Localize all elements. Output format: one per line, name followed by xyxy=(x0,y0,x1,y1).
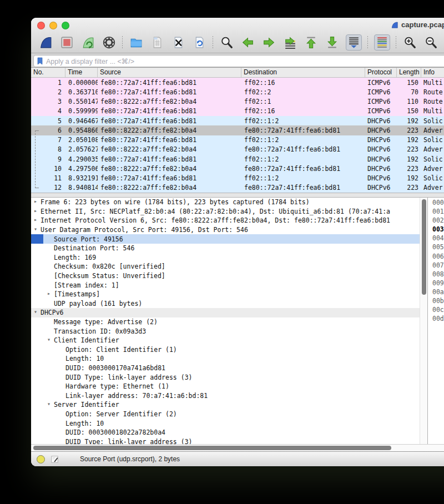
bookmark-icon[interactable] xyxy=(37,57,43,65)
hex-offset-row[interactable]: 0030 xyxy=(432,225,444,234)
hex-offset-row[interactable]: 00c0 xyxy=(432,306,444,315)
detail-tree-row[interactable]: Destination Port: 546 xyxy=(31,244,427,253)
zoom-in-icon xyxy=(403,36,417,49)
close-window-button[interactable] xyxy=(37,22,45,29)
hex-offset-row[interactable]: 00d0 xyxy=(432,315,444,324)
column-header-time[interactable]: Time xyxy=(65,68,98,77)
hex-offset-row[interactable]: 0090 xyxy=(432,279,444,288)
minimize-window-button[interactable] xyxy=(49,22,57,29)
detail-vertical-scrollbar[interactable] xyxy=(420,198,427,444)
hex-offset-row[interactable]: 0040 xyxy=(432,234,444,243)
column-header-destination[interactable]: Destination xyxy=(241,68,365,77)
detail-tree-row[interactable]: Length: 169 xyxy=(31,253,427,263)
go-forward-button[interactable] xyxy=(261,35,276,50)
packet-row[interactable]: 40.599999fe80::72a7:41ff:fea6:bd81ff02::… xyxy=(31,107,444,116)
column-header-length[interactable]: Length xyxy=(397,68,421,77)
detail-tree-row[interactable]: Link-layer address: 70:a7:41:a6:bd:81 xyxy=(31,391,427,400)
column-header-no[interactable]: No. xyxy=(31,68,65,77)
packet-row[interactable]: 10.000000fe80::72a7:41ff:fea6:bd81ff02::… xyxy=(31,78,444,87)
detail-tree-row[interactable]: [Stream index: 1] xyxy=(31,280,427,290)
packet-row[interactable]: 94.290035fe80::72a7:41ff:fea6:bd81ff02::… xyxy=(31,154,444,164)
column-header-protocol[interactable]: Protocol xyxy=(365,68,397,77)
packet-row[interactable]: 128.940814fe80::8222:a7ff:fe82:b0a4fe80:… xyxy=(31,183,444,193)
packet-row[interactable]: 60.954860fe80::8222:a7ff:fe82:b0a4fe80::… xyxy=(31,125,444,135)
hex-offset-row[interactable]: 0010 xyxy=(432,208,444,216)
go-last-packet-button[interactable] xyxy=(325,35,340,50)
capture-options-button[interactable] xyxy=(102,35,117,50)
save-document-icon xyxy=(150,36,164,49)
detail-tree-row[interactable]: ▸[Timestamps] xyxy=(31,290,427,299)
detail-tree-row[interactable]: DUID Type: link-layer address (3) xyxy=(31,437,427,444)
expert-info-button[interactable] xyxy=(37,455,45,463)
scrollbar-thumb[interactable] xyxy=(422,199,426,295)
packet-row[interactable]: 50.946467fe80::72a7:41ff:fea6:bd81ff02::… xyxy=(31,116,444,125)
detail-tree-row[interactable]: ▾Server Identifier xyxy=(31,400,427,410)
packet-detail-pane[interactable]: ▸Frame 6: 223 bytes on wire (1784 bits),… xyxy=(31,198,428,444)
detail-tree-row[interactable]: DUID: 000300018022a782b0a4 xyxy=(31,428,427,437)
detail-tree-row[interactable]: Checksum: 0x820c [unverified] xyxy=(31,262,427,271)
detail-tree-row[interactable]: UDP payload (161 bytes) xyxy=(31,299,427,309)
packet-row[interactable]: 30.550147fe80::8222:a7ff:fe82:b0a4ff02::… xyxy=(31,97,444,107)
detail-tree-row[interactable]: ▾DHCPv6 xyxy=(31,308,427,317)
hex-offset-row[interactable]: 0050 xyxy=(432,243,444,252)
zoom-out-button[interactable] xyxy=(423,35,438,50)
detail-tree-row[interactable]: Length: 10 xyxy=(31,354,427,364)
packet-row[interactable]: 82.057627fe80::8222:a7ff:fe82:b0a4fe80::… xyxy=(31,145,444,154)
detail-tree-row[interactable]: Option: Client Identifier (1) xyxy=(31,345,427,355)
hex-offset-row[interactable]: 00a0 xyxy=(432,288,444,297)
pane-splitter[interactable] xyxy=(31,193,444,198)
start-capture-button[interactable] xyxy=(38,35,53,50)
zoom-window-button[interactable] xyxy=(62,22,69,29)
reload-document-icon xyxy=(193,36,206,49)
go-back-button[interactable] xyxy=(240,35,255,50)
save-file-button[interactable] xyxy=(150,35,165,50)
detail-tree-row[interactable]: Source Port: 49156 xyxy=(31,234,427,244)
detail-tree-row[interactable]: ▾User Datagram Protocol, Src Port: 49156… xyxy=(31,225,427,235)
hex-offset-row[interactable]: 0000 xyxy=(432,199,444,208)
stop-icon xyxy=(60,36,74,49)
hex-offset-row[interactable]: 0060 xyxy=(432,253,444,261)
shark-fin-icon xyxy=(39,36,53,49)
detail-tree-row[interactable]: ▸Internet Protocol Version 6, Src: fe80:… xyxy=(31,216,427,225)
colorize-packets-button[interactable] xyxy=(374,34,390,51)
zoom-in-button[interactable] xyxy=(402,35,417,50)
hex-offset-row[interactable]: 0070 xyxy=(432,261,444,270)
display-filter-input[interactable]: Apply a display filter ... <⌘/> xyxy=(33,55,444,67)
packet-row[interactable]: 118.932191fe80::72a7:41ff:fea6:bd81ff02:… xyxy=(31,174,444,183)
packet-row[interactable]: 72.050108fe80::72a7:41ff:fea6:bd81ff02::… xyxy=(31,135,444,145)
hex-offset-row[interactable]: 00b0 xyxy=(432,297,444,306)
detail-tree-row[interactable]: Message type: Advertise (2) xyxy=(31,317,427,327)
auto-scroll-button[interactable] xyxy=(346,34,362,51)
scrollbar-thumb[interactable] xyxy=(33,446,391,450)
detail-tree-row[interactable]: Option: Server Identifier (2) xyxy=(31,410,427,419)
hex-offset-row[interactable]: 0080 xyxy=(432,270,444,279)
detail-tree-row[interactable]: Length: 10 xyxy=(31,419,427,428)
go-first-packet-button[interactable] xyxy=(304,35,319,50)
titlebar[interactable]: capture.pcapng xyxy=(31,18,444,32)
detail-tree-row[interactable]: DUID: 0003000170a741a6bd81 xyxy=(31,364,427,373)
detail-tree-row[interactable]: Transaction ID: 0x09a3d3 xyxy=(31,326,427,336)
detail-tree-row[interactable]: [Checksum Status: Unverified] xyxy=(31,271,427,281)
packet-row[interactable]: 20.363710fe80::72a7:41ff:fea6:bd81ff02::… xyxy=(31,87,444,97)
detail-horizontal-scrollbar[interactable] xyxy=(31,444,444,451)
close-file-button[interactable] xyxy=(171,35,186,50)
gear-icon xyxy=(102,36,116,49)
packet-row[interactable]: 104.297506fe80::8222:a7ff:fe82:b0a4fe80:… xyxy=(31,164,444,173)
open-file-button[interactable] xyxy=(129,35,144,50)
detail-tree-row[interactable]: Hardware type: Ethernet (1) xyxy=(31,382,427,391)
column-header-source[interactable]: Source xyxy=(98,68,241,77)
column-header-info[interactable]: Info xyxy=(421,68,444,77)
go-to-packet-button[interactable] xyxy=(282,35,297,50)
detail-tree-row[interactable]: ▸Ethernet II, Src: NECPlatf_82:b0:a4 (80… xyxy=(31,207,427,216)
detail-tree-row[interactable]: ▾Client Identifier xyxy=(31,336,427,345)
find-packet-button[interactable] xyxy=(219,35,234,50)
restart-capture-button[interactable] xyxy=(80,35,95,50)
detail-tree-row[interactable]: DUID Type: link-layer address (3) xyxy=(31,372,427,382)
close-document-icon xyxy=(171,36,185,49)
reload-file-button[interactable] xyxy=(192,35,207,50)
stop-capture-button[interactable] xyxy=(59,35,74,50)
hex-offset-row[interactable]: 0020 xyxy=(432,216,444,225)
detail-tree-row[interactable]: ▸Frame 6: 223 bytes on wire (1784 bits),… xyxy=(31,198,427,207)
packet-bytes-pane[interactable]: 0000001000200030004000500060007000800090… xyxy=(428,198,444,444)
capture-comment-icon[interactable] xyxy=(51,455,59,463)
